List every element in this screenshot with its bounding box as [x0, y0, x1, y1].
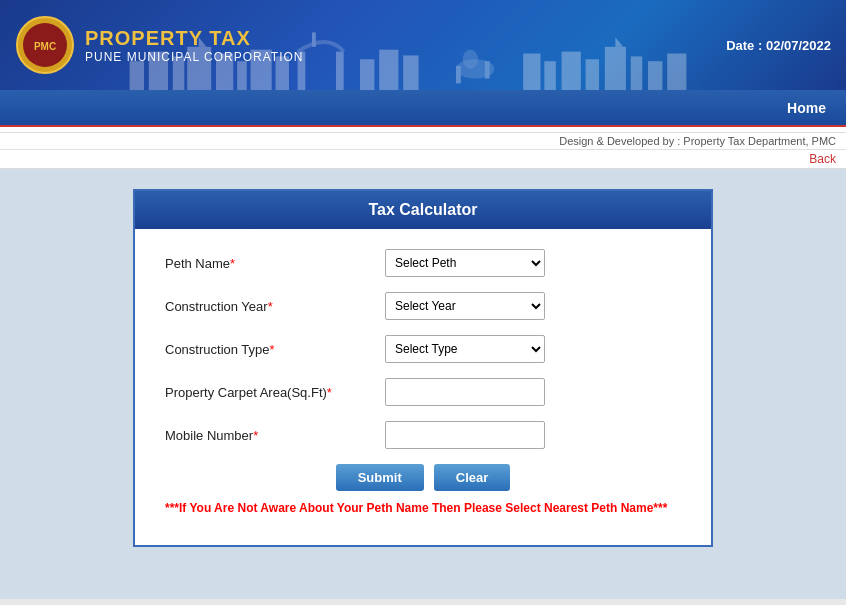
svg-marker-27: [615, 37, 623, 47]
svg-rect-29: [648, 61, 662, 90]
app-subtitle: Pune Municipal Corporation: [85, 50, 303, 64]
svg-rect-25: [586, 59, 599, 90]
svg-rect-14: [312, 32, 316, 46]
svg-rect-26: [605, 47, 626, 90]
construction-year-required: *: [268, 299, 273, 314]
back-bar: Back: [0, 150, 846, 169]
svg-point-19: [463, 50, 478, 69]
mobile-number-required: *: [253, 428, 258, 443]
credit-bar: Design & Developed by : Property Tax Dep…: [0, 133, 846, 150]
back-link[interactable]: Back: [809, 152, 836, 166]
peth-name-select[interactable]: Select Peth: [385, 249, 545, 277]
construction-type-required: *: [270, 342, 275, 357]
svg-rect-15: [360, 59, 374, 90]
mobile-number-input[interactable]: [385, 421, 545, 449]
peth-name-row: Peth Name* Select Peth: [165, 249, 681, 277]
app-title: Property Tax: [85, 27, 303, 50]
clear-button[interactable]: Clear: [434, 464, 511, 491]
main-content: Tax Calculator Peth Name* Select Peth Co…: [0, 169, 846, 599]
carpet-area-row: Property Carpet Area(Sq.Ft)*: [165, 378, 681, 406]
construction-year-select[interactable]: Select Year: [385, 292, 545, 320]
svg-rect-28: [631, 56, 643, 90]
tax-calculator-form: Tax Calculator Peth Name* Select Peth Co…: [133, 189, 713, 547]
svg-rect-21: [456, 66, 461, 83]
mobile-number-row: Mobile Number*: [165, 421, 681, 449]
svg-rect-24: [562, 52, 581, 90]
carpet-area-input[interactable]: [385, 378, 545, 406]
submit-button[interactable]: Submit: [336, 464, 424, 491]
svg-rect-23: [544, 61, 556, 90]
form-note: ***If You Are Not Aware About Your Peth …: [165, 501, 681, 525]
svg-text:PMC: PMC: [34, 41, 56, 52]
peth-name-label: Peth Name*: [165, 256, 385, 271]
button-row: Submit Clear: [165, 464, 681, 491]
svg-rect-30: [667, 54, 686, 90]
construction-type-select[interactable]: Select Type: [385, 335, 545, 363]
visitors-bar: Visitors : 72223: [0, 599, 846, 605]
header: PMC Property Tax Pune Municipal Corporat…: [0, 0, 846, 90]
svg-rect-13: [336, 52, 344, 90]
header-date: Date : 02/07/2022: [726, 38, 831, 53]
header-right: Date : 02/07/2022: [726, 38, 831, 53]
svg-rect-17: [403, 55, 418, 90]
construction-year-row: Construction Year* Select Year: [165, 292, 681, 320]
construction-year-label: Construction Year*: [165, 299, 385, 314]
home-nav-link[interactable]: Home: [787, 100, 826, 116]
peth-name-required: *: [230, 256, 235, 271]
construction-type-label: Construction Type*: [165, 342, 385, 357]
carpet-area-label: Property Carpet Area(Sq.Ft)*: [165, 385, 385, 400]
construction-type-row: Construction Type* Select Type: [165, 335, 681, 363]
svg-rect-20: [485, 61, 490, 78]
form-body: Peth Name* Select Peth Construction Year…: [135, 229, 711, 545]
header-title: Property Tax Pune Municipal Corporation: [85, 27, 303, 64]
pmc-logo-icon: PMC: [15, 15, 75, 75]
svg-rect-16: [379, 50, 398, 90]
mobile-number-label: Mobile Number*: [165, 428, 385, 443]
header-left: PMC Property Tax Pune Municipal Corporat…: [15, 15, 303, 75]
carpet-area-required: *: [327, 385, 332, 400]
navbar: Home: [0, 90, 846, 125]
svg-rect-22: [523, 54, 540, 90]
form-title: Tax Calculator: [135, 191, 711, 229]
top-stripe: [0, 125, 846, 133]
